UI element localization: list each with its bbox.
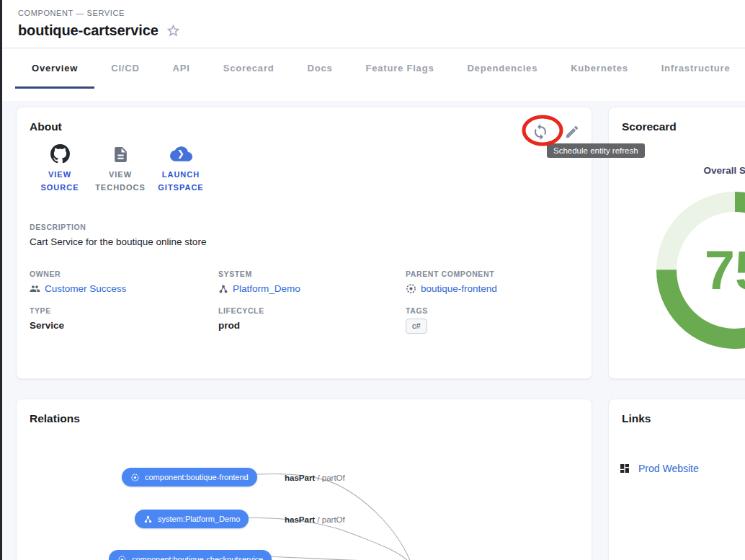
gitspace-chevron: ❯	[177, 148, 184, 159]
system-icon	[143, 515, 153, 524]
pencil-icon	[564, 124, 580, 140]
tab-scorecard[interactable]: Scorecard	[207, 49, 291, 89]
component-icon	[130, 473, 140, 482]
entity-tabs: Overview CI/CD API Scorecard Docs Featur…	[0, 49, 745, 101]
type-value: Service	[30, 320, 64, 331]
node-boutique-frontend[interactable]: component:boutique-frontend	[122, 468, 257, 486]
node-platform-demo[interactable]: system:Platform_Demo	[135, 510, 249, 528]
star-outline-icon[interactable]	[166, 23, 181, 38]
owner-label: OWNER	[30, 270, 126, 278]
links-title: Links	[622, 412, 651, 425]
prod-website-label: Prod Website	[638, 463, 699, 474]
relations-card: Relations hasPart / partOf hasPart / par…	[16, 399, 592, 560]
parent-component-field: PARENT COMPONENT boutique-frontend	[406, 270, 497, 294]
owner-value: Customer Success	[45, 283, 126, 294]
type-field: TYPE Service	[30, 306, 64, 331]
parent-component-label: PARENT COMPONENT	[406, 270, 497, 278]
tab-dependencies[interactable]: Dependencies	[450, 49, 554, 89]
about-actions: VIEW SOURCE VIEW TECHDOCS ❯ LAUNCH GITSP…	[30, 142, 211, 194]
edge-label: hasPart / partOf	[285, 515, 345, 524]
system-field: SYSTEM Platform_Demo	[218, 270, 300, 294]
tab-docs[interactable]: Docs	[290, 49, 349, 89]
gitspace-cloud-icon: ❯	[170, 142, 192, 164]
scorecard-title: Scorecard	[622, 120, 677, 133]
refresh-tooltip: Schedule entity refresh	[547, 143, 645, 158]
sync-icon	[532, 123, 549, 141]
dashboard-icon	[619, 463, 630, 474]
overall-score-label[interactable]: Overall Score	[692, 165, 745, 176]
people-icon	[30, 283, 40, 294]
view-techdocs-label: VIEW TECHDOCS	[90, 168, 151, 194]
owner-link[interactable]: Customer Success	[30, 283, 126, 294]
node-label: component:boutique-checkoutservice	[132, 555, 263, 560]
entity-header: COMPONENT — SERVICE boutique-cartservice	[0, 0, 745, 48]
tags-label: TAGS	[406, 306, 428, 315]
github-icon	[50, 142, 70, 164]
tab-cicd[interactable]: CI/CD	[94, 49, 156, 89]
tag-chip[interactable]: c#	[406, 319, 427, 334]
view-source-label: VIEW SOURCE	[30, 168, 90, 194]
launch-gitspace-link[interactable]: ❯ LAUNCH GITSPACE	[151, 142, 211, 194]
node-label: system:Platform_Demo	[158, 515, 240, 523]
about-card: About Schedule entity refresh VIEW SOURC…	[16, 107, 592, 379]
refresh-button[interactable]	[530, 121, 551, 143]
launch-gitspace-label: LAUNCH GITSPACE	[151, 168, 211, 194]
entity-kind-label: COMPONENT — SERVICE	[18, 9, 745, 17]
system-value: Platform_Demo	[233, 283, 300, 294]
left-sidebar-edge	[0, 0, 2, 560]
node-label: component:boutique-frontend	[145, 473, 249, 481]
edit-button[interactable]	[563, 123, 581, 141]
tab-overview[interactable]: Overview	[15, 49, 94, 89]
description-field: DESCRIPTION Cart Service for the boutiqu…	[30, 223, 206, 247]
tab-infrastructure[interactable]: Infrastructure	[645, 49, 745, 89]
owner-field: OWNER Customer Success	[30, 270, 126, 294]
tab-feature-flags[interactable]: Feature Flags	[349, 49, 450, 89]
description-value: Cart Service for the boutique online sto…	[30, 236, 206, 247]
tags-field: TAGS c#	[406, 306, 428, 334]
score-value: 75	[641, 240, 745, 301]
description-label: DESCRIPTION	[30, 223, 206, 231]
view-source-link[interactable]: VIEW SOURCE	[30, 142, 90, 194]
type-label: TYPE	[30, 306, 64, 315]
system-icon	[218, 284, 228, 294]
view-techdocs-link[interactable]: VIEW TECHDOCS	[90, 142, 151, 194]
node-boutique-checkoutservice[interactable]: component:boutique-checkoutservice	[109, 550, 272, 560]
component-icon	[406, 283, 416, 294]
tab-api[interactable]: API	[156, 49, 207, 89]
edge-label: hasPart / partOf	[285, 474, 345, 482]
system-label: SYSTEM	[218, 270, 300, 278]
parent-component-value: boutique-frontend	[421, 283, 497, 294]
overview-content: About Schedule entity refresh VIEW SOURC…	[0, 101, 745, 560]
lifecycle-field: LIFECYCLE prod	[218, 306, 264, 331]
links-card: Links Prod Website	[608, 399, 745, 560]
prod-website-link[interactable]: Prod Website	[619, 463, 699, 474]
tab-kubernetes[interactable]: Kubernetes	[554, 49, 645, 89]
lifecycle-value: prod	[218, 320, 264, 331]
system-link[interactable]: Platform_Demo	[218, 283, 300, 294]
about-title: About	[30, 120, 62, 133]
lifecycle-label: LIFECYCLE	[218, 306, 264, 315]
docs-icon	[112, 142, 130, 164]
parent-component-link[interactable]: boutique-frontend	[406, 283, 497, 294]
component-icon	[117, 555, 127, 560]
page-title: boutique-cartservice	[18, 22, 159, 39]
